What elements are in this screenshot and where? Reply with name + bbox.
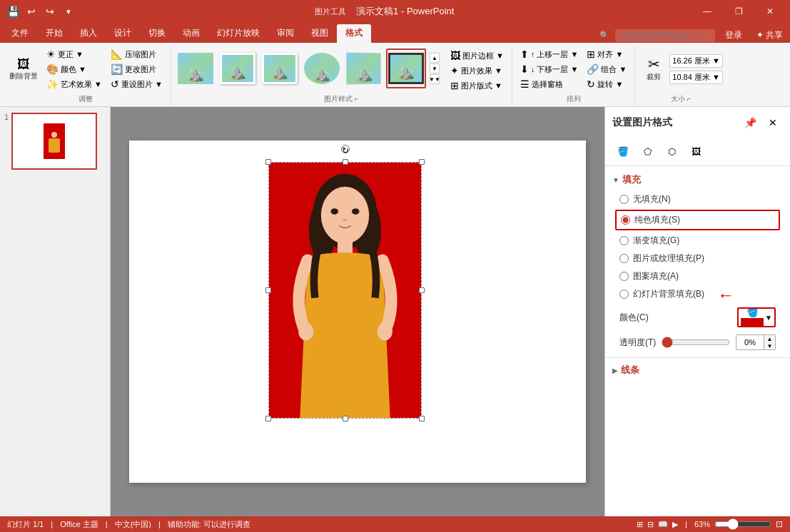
tab-format[interactable]: 格式 xyxy=(337,24,371,43)
pic-style-1[interactable] xyxy=(176,48,216,88)
height-input[interactable]: 16.26 厘米 ▼ xyxy=(669,54,723,68)
rotate-handle[interactable]: ↻ xyxy=(341,145,350,153)
pattern-fill-radio[interactable] xyxy=(619,254,629,263)
slideshow-btn[interactable]: ▶ xyxy=(672,520,678,529)
image-container[interactable]: ↻ xyxy=(268,162,422,419)
login-button[interactable]: 登录 xyxy=(721,28,746,43)
slide-canvas[interactable]: ↻ xyxy=(129,140,586,483)
scroll-more-btn[interactable]: ▼▼ xyxy=(430,74,440,84)
scroll-up-btn[interactable]: ▲ xyxy=(430,53,440,63)
handle-bottom-right[interactable] xyxy=(419,416,425,421)
scroll-down-btn[interactable]: ▼ xyxy=(430,63,440,73)
send-backward-button[interactable]: ⬇↓ 下移一层 ▼ xyxy=(517,62,582,76)
solid-fill-option-wrapper[interactable]: 纯色填充(S) xyxy=(615,210,780,230)
pic-layout-button[interactable]: ⊞图片版式 ▼ xyxy=(447,78,507,93)
share-button[interactable]: ✦ 共享 xyxy=(752,28,787,43)
tab-animation[interactable]: 动画 xyxy=(174,24,208,43)
rotate-button[interactable]: ↻旋转 ▼ xyxy=(583,77,630,91)
pattern-fill-option[interactable]: 图片或纹理填充(P) xyxy=(605,250,790,267)
pic-style-2[interactable] xyxy=(218,48,258,88)
handle-top-left[interactable] xyxy=(265,159,271,165)
compress-button[interactable]: 📐压缩图片 xyxy=(107,47,166,61)
crop-button[interactable]: ✂ 裁剪 xyxy=(639,55,668,83)
tab-view[interactable]: 视图 xyxy=(303,24,337,43)
close-button[interactable]: ✕ xyxy=(756,0,784,23)
width-input[interactable]: 10.84 厘米 ▼ xyxy=(669,71,723,84)
pentagon-icon-button[interactable]: ⬠ xyxy=(637,141,658,161)
handle-middle-right[interactable] xyxy=(419,287,425,293)
bring-forward-button[interactable]: ⬆↑ 上移一层 ▼ xyxy=(517,47,582,61)
solid-fill-option[interactable]: 纯色填充(S) xyxy=(617,211,779,229)
tab-home[interactable]: 开始 xyxy=(37,24,71,43)
minimize-button[interactable]: — xyxy=(693,0,721,23)
transparency-label: 透明度(T) xyxy=(619,337,656,349)
search-input[interactable] xyxy=(615,29,715,42)
ribbon-group-picture-styles: ▲ ▼ ▼▼ 🖼图片边框 ▼ ✦图片效果 ▼ ⊞图片版式 ▼ 图片样式 ⌐ xyxy=(171,46,512,106)
handle-top-middle[interactable] xyxy=(343,159,348,165)
tab-transition[interactable]: 切换 xyxy=(140,24,174,43)
pic-styles-expand[interactable]: ⌐ xyxy=(355,95,359,103)
fill-section-header[interactable]: ▼ 填充 xyxy=(605,169,790,190)
fill-icon-button[interactable]: 🪣 xyxy=(612,141,634,161)
transparency-slider[interactable] xyxy=(662,337,730,348)
handle-bottom-middle[interactable] xyxy=(343,416,348,421)
handle-bottom-left[interactable] xyxy=(265,416,271,421)
image-icon-button[interactable]: 🖼 xyxy=(685,141,707,161)
select-pane-button[interactable]: ☰选择窗格 xyxy=(517,77,582,91)
transparency-input[interactable] xyxy=(736,337,764,347)
transparency-up-arrow[interactable]: ▲ xyxy=(764,335,775,342)
handle-top-right[interactable] xyxy=(419,159,425,165)
tab-file[interactable]: 文件 xyxy=(3,24,37,43)
slide-bg-fill-radio[interactable] xyxy=(619,290,629,299)
pic-style-3[interactable] xyxy=(260,48,300,88)
color-button[interactable]: 🎨颜色 ▼ xyxy=(43,62,106,76)
handle-middle-left[interactable] xyxy=(265,287,271,293)
restore-button[interactable]: ❐ xyxy=(724,0,753,23)
reset-img-button[interactable]: ↺重设图片 ▼ xyxy=(107,77,166,91)
no-fill-radio[interactable] xyxy=(619,195,629,204)
artistic-button[interactable]: ✨艺术效果 ▼ xyxy=(43,77,106,91)
remove-bg-button[interactable]: 🖼 删除背景 xyxy=(6,56,41,83)
zoom-fit-btn[interactable]: ⊡ xyxy=(776,519,783,529)
color-dropdown-arrow[interactable]: ▼ xyxy=(765,314,772,322)
pic-style-4[interactable] xyxy=(302,48,342,88)
layout-icon-button[interactable]: ⬡ xyxy=(661,141,682,161)
solid-fill-radio[interactable] xyxy=(621,215,630,225)
color-picker-container: ↓ 🪣 ▼ xyxy=(737,307,776,327)
slide-sorter-btn[interactable]: ⊟ xyxy=(647,520,654,529)
change-img-button[interactable]: 🔄更改图片 xyxy=(107,62,166,76)
pic-style-6[interactable] xyxy=(386,48,426,88)
no-fill-option[interactable]: 无填充(N) xyxy=(605,190,790,208)
correct-button[interactable]: ☀更正 ▼ xyxy=(43,47,106,61)
slide-thumbnail[interactable] xyxy=(11,113,97,170)
gradient-fill-option[interactable]: 渐变填充(G) xyxy=(605,232,790,250)
pic-effect-button[interactable]: ✦图片效果 ▼ xyxy=(447,63,507,78)
normal-view-btn[interactable]: ⊞ xyxy=(637,520,643,529)
redo-icon[interactable]: ↪ xyxy=(43,4,57,19)
format-close-button[interactable]: ✕ xyxy=(763,113,783,133)
pattern2-fill-radio[interactable] xyxy=(619,272,629,281)
accessibility-info: 辅助功能: 可以进行调查 xyxy=(168,519,250,530)
group-button[interactable]: 🔗组合 ▼ xyxy=(583,62,630,76)
pic-border-button[interactable]: 🖼图片边框 ▼ xyxy=(447,48,507,63)
reading-view-btn[interactable]: 📖 xyxy=(658,520,668,529)
format-pin-button[interactable]: 📌 xyxy=(740,113,760,133)
pic-style-5[interactable] xyxy=(344,48,384,88)
slide-bg-fill-option[interactable]: 幻灯片背景填充(B) xyxy=(605,285,790,303)
zoom-slider[interactable] xyxy=(714,518,771,530)
lines-section[interactable]: ▶ 线条 xyxy=(605,359,790,381)
tab-insert[interactable]: 插入 xyxy=(71,24,106,43)
transparency-down-arrow[interactable]: ▼ xyxy=(764,342,775,349)
size-expand[interactable]: ⌐ xyxy=(687,95,692,103)
tab-design[interactable]: 设计 xyxy=(106,24,140,43)
align-button[interactable]: ⊞对齐 ▼ xyxy=(583,47,630,61)
tab-slideshow[interactable]: 幻灯片放映 xyxy=(208,24,268,43)
pattern2-fill-option[interactable]: 图案填充(A) xyxy=(605,267,790,285)
undo-icon[interactable]: ↩ xyxy=(24,4,39,19)
customize-icon[interactable]: ▼ xyxy=(61,4,76,19)
gradient-fill-radio[interactable] xyxy=(619,236,629,245)
tab-review[interactable]: 审阅 xyxy=(268,24,303,43)
save-icon[interactable]: 💾 xyxy=(6,4,20,19)
color-picker-button[interactable]: 🪣 ▼ xyxy=(737,307,776,327)
svg-point-3 xyxy=(321,187,369,244)
